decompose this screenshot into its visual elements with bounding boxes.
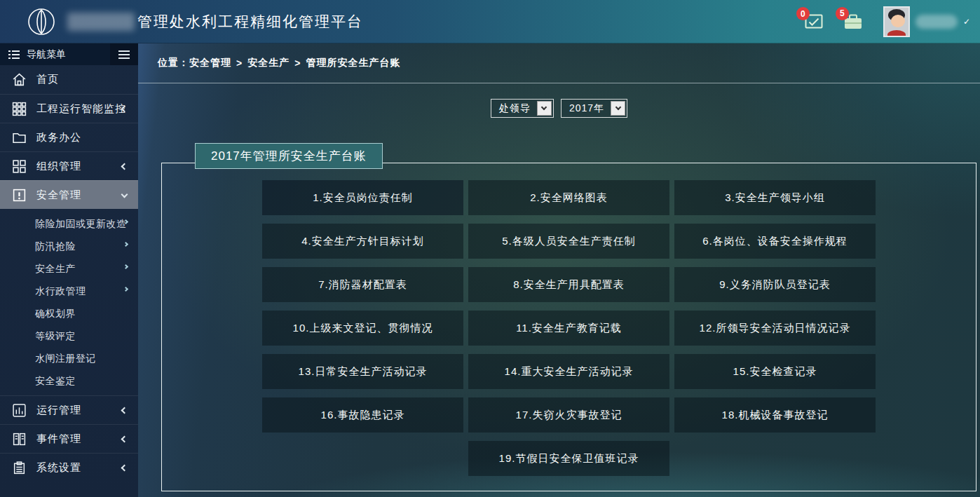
sidebar-item-label: 事件管理 <box>36 433 81 446</box>
chevron-left-icon <box>121 464 128 471</box>
page-title: 管理处水利工程精细化管理平台 <box>67 12 363 32</box>
submenu-item[interactable]: 等级评定 <box>0 325 138 348</box>
year-select[interactable]: 2017年 <box>561 99 627 118</box>
chevron-left-icon <box>121 407 128 414</box>
chevron-glyph <box>615 104 620 110</box>
sidebar-item-gov-office[interactable]: 政务办公 <box>0 123 138 151</box>
panel-title: 2017年管理所安全生产台账 <box>195 143 383 169</box>
submenu-safety-mgmt: 除险加固或更新改造防汛抢险安全生产水行政管理确权划界等级评定水闸注册登记安全鉴定 <box>0 209 138 395</box>
submenu-item-label: 等级评定 <box>35 330 76 343</box>
ledger-button-17[interactable]: 17.失窃火灾事故登记 <box>468 397 669 433</box>
chevron-down-icon <box>121 191 128 198</box>
submenu-item-label: 除险加固或更新改造 <box>35 218 127 231</box>
breadcrumb-separator: > <box>294 57 301 69</box>
breadcrumb-item[interactable]: 安全生产 <box>247 57 290 69</box>
submenu-item[interactable]: 确权划界 <box>0 303 138 325</box>
sidebar-item-safety-mgmt[interactable]: 安全管理 <box>0 180 138 209</box>
submenu-item-label: 水行政管理 <box>35 285 86 298</box>
submenu-item[interactable]: 水闸注册登记 <box>0 348 138 370</box>
sidebar-item-label: 安全管理 <box>36 189 81 202</box>
ledger-button-8[interactable]: 8.安全生产用具配置表 <box>468 267 669 302</box>
clipboard-icon <box>11 460 27 475</box>
ledger-button-15[interactable]: 15.安全检查记录 <box>674 354 876 389</box>
chevron-glyph <box>541 104 547 110</box>
sidebar: 导航菜单 首页工程运行智能监控政务办公组织管理安全管理除险加固或更新改造防汛抢险… <box>0 43 138 497</box>
ledger-button-12[interactable]: 12.所领导安全活动日情况记录 <box>674 311 876 346</box>
ledger-button-1[interactable]: 1.安全员岗位责任制 <box>262 180 463 215</box>
submenu-item-label: 确权划界 <box>35 308 76 320</box>
ledger-button-4[interactable]: 4.安全生产方针目标计划 <box>262 224 463 259</box>
sidebar-nav: 首页工程运行智能监控政务办公组织管理安全管理除险加固或更新改造防汛抢险安全生产水… <box>0 65 138 482</box>
select-value: 处领导 <box>491 102 537 115</box>
breadcrumb-item[interactable]: 安全管理 <box>189 57 231 69</box>
ledger-button-13[interactable]: 13.日常安全生产活动记录 <box>262 354 463 389</box>
chevron-left-icon <box>121 163 128 170</box>
sidebar-header: 导航菜单 <box>0 43 138 65</box>
chart-icon <box>11 402 27 418</box>
chevron-left-icon <box>121 435 128 442</box>
ledger-button-18[interactable]: 18.机械设备事故登记 <box>674 397 876 433</box>
ledger-button-5[interactable]: 5.各级人员安全生产责任制 <box>468 224 669 259</box>
sidebar-item-event-mgmt[interactable]: 事件管理 <box>0 424 138 453</box>
main-content: 位置：安全管理>安全生产>管理所安全生产台账 处领导2017年 2017年管理所… <box>138 43 980 497</box>
app-logo-icon <box>27 7 56 36</box>
ledger-button-14[interactable]: 14.重大安全生产活动记录 <box>468 354 669 389</box>
chevron-down-icon[interactable] <box>611 101 625 116</box>
breadcrumb-separator: > <box>236 57 243 69</box>
filter-bar: 处领导2017年 <box>138 99 980 118</box>
ledger-button-9[interactable]: 9.义务消防队员登记表 <box>674 267 876 302</box>
user-check-icon[interactable]: ✓ <box>963 17 970 27</box>
sidebar-item-label: 运行管理 <box>36 404 81 417</box>
mail-button[interactable]: 0 <box>805 14 823 29</box>
chevron-right-icon <box>123 242 128 247</box>
sidebar-item-label: 首页 <box>36 73 59 86</box>
chevron-down-icon[interactable] <box>537 101 552 116</box>
sidebar-item-operation-mgmt[interactable]: 运行管理 <box>0 395 138 424</box>
home-icon <box>11 72 27 88</box>
nav-list-icon <box>8 50 20 60</box>
submenu-item[interactable]: 安全生产 <box>0 258 138 280</box>
message-button[interactable]: 5 <box>844 14 862 29</box>
submenu-item[interactable]: 安全鉴定 <box>0 370 138 393</box>
squares-icon <box>11 158 27 174</box>
sidebar-item-system-settings[interactable]: 系统设置 <box>0 453 138 482</box>
alert-icon <box>11 187 27 203</box>
ledger-button-3[interactable]: 3.安全生产领导小组 <box>674 180 876 215</box>
submenu-item[interactable]: 除险加固或更新改造 <box>0 213 138 236</box>
breadcrumb-prefix: 位置： <box>158 57 189 69</box>
leader-select[interactable]: 处领导 <box>491 99 554 118</box>
ledger-button-11[interactable]: 11.安全生产教育记载 <box>468 311 669 346</box>
avatar-shirt <box>887 30 906 37</box>
avatar[interactable] <box>883 6 910 37</box>
sidebar-item-org-mgmt[interactable]: 组织管理 <box>0 151 138 180</box>
submenu-item-label: 防汛抢险 <box>35 240 76 253</box>
sidebar-item-label: 系统设置 <box>36 461 81 475</box>
sidebar-item-label: 工程运行智能监控 <box>36 102 126 116</box>
sidebar-item-label: 政务办公 <box>36 131 81 144</box>
message-badge: 5 <box>836 7 849 20</box>
submenu-item-label: 安全鉴定 <box>35 375 76 388</box>
sidebar-title: 导航菜单 <box>27 48 66 61</box>
sidebar-item-project-monitoring[interactable]: 工程运行智能监控 <box>0 94 138 123</box>
ledger-button-10[interactable]: 10.上级来文登记、贯彻情况 <box>262 311 463 346</box>
ledger-button-7[interactable]: 7.消防器材配置表 <box>262 267 463 302</box>
ledger-button-6[interactable]: 6.各岗位、设备安全操作规程 <box>674 224 876 259</box>
ledger-button-2[interactable]: 2.安全网络图表 <box>468 180 669 215</box>
chevron-right-icon <box>123 264 128 269</box>
breadcrumb: 位置：安全管理>安全生产>管理所安全生产台账 <box>138 43 980 83</box>
ledger-button-grid: 1.安全员岗位责任制2.安全网络图表3.安全生产领导小组4.安全生产方针目标计划… <box>162 180 976 476</box>
select-value: 2017年 <box>562 102 611 115</box>
sidebar-collapse-button[interactable] <box>110 43 138 65</box>
ledger-button-16[interactable]: 16.事故隐患记录 <box>262 397 463 433</box>
breadcrumb-item[interactable]: 管理所安全生产台账 <box>306 57 400 69</box>
ledger-button-19[interactable]: 19.节假日安全保卫值班记录 <box>468 441 669 476</box>
app-header: 管理处水利工程精细化管理平台 0 5 <box>0 0 980 43</box>
submenu-item[interactable]: 水行政管理 <box>0 280 138 303</box>
mail-badge: 0 <box>796 7 810 20</box>
chevron-right-icon <box>123 287 128 292</box>
submenu-item[interactable]: 防汛抢险 <box>0 236 138 258</box>
grid-icon <box>11 101 27 116</box>
docs-icon <box>11 431 27 447</box>
sidebar-item-home[interactable]: 首页 <box>0 65 138 94</box>
app-window: 管理处水利工程精细化管理平台 0 5 <box>0 0 980 497</box>
